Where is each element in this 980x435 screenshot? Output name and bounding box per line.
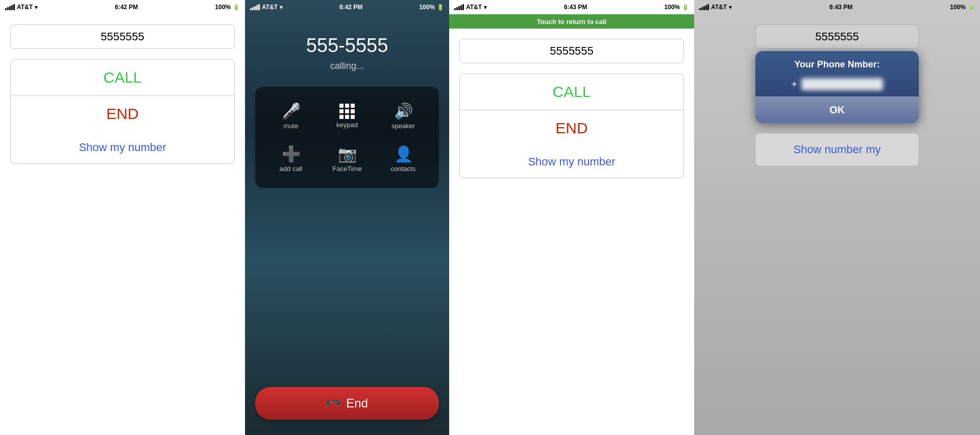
dialog-box: Your Phone Nmber: + OK bbox=[755, 51, 919, 123]
btn-container-1: CALL END Show my number bbox=[0, 54, 245, 168]
battery-pct-3: 100% bbox=[664, 4, 680, 11]
facetime-cell[interactable]: 📷 FaceTime bbox=[320, 138, 375, 180]
calling-status: calling... bbox=[245, 61, 449, 71]
status-right-1: 100% 🔋 bbox=[215, 4, 240, 11]
status-bar-1: AT&T ▾ 6:42 PM 100% 🔋 bbox=[0, 0, 245, 14]
carrier-1: AT&T bbox=[17, 4, 33, 11]
facetime-label: FaceTime bbox=[332, 165, 361, 173]
status-left-1: AT&T ▾ bbox=[5, 4, 38, 11]
screen1-idle: AT&T ▾ 6:42 PM 100% 🔋 CALL END Show my n… bbox=[0, 0, 245, 435]
end-label-2: End bbox=[346, 396, 368, 410]
keypad-grid: 🎤 mute keypad bbox=[255, 87, 439, 188]
time-2: 6:42 PM bbox=[339, 4, 362, 11]
dialog-overlay: Your Phone Nmber: + OK Show number my bbox=[694, 0, 980, 435]
battery-pct-2: 100% bbox=[419, 4, 435, 11]
keypad-icon bbox=[339, 104, 355, 119]
status-right-3: 100% 🔋 bbox=[664, 4, 689, 11]
phone-input-container-3 bbox=[449, 29, 694, 68]
show-number-button-1[interactable]: Show my number bbox=[10, 132, 235, 164]
add-call-icon: ➕ bbox=[282, 145, 301, 163]
mute-cell[interactable]: 🎤 mute bbox=[263, 95, 318, 137]
dialog-number-blur bbox=[801, 78, 883, 90]
carrier-3: AT&T bbox=[466, 4, 482, 11]
end-button-3[interactable]: END bbox=[459, 110, 684, 147]
call-button-3[interactable]: CALL bbox=[459, 74, 684, 110]
end-btn-container: 📞 End bbox=[255, 387, 439, 420]
battery-icon-3: 🔋 bbox=[682, 4, 689, 11]
battery-icon-1: 🔋 bbox=[233, 4, 240, 11]
calling-number: 555-5555 bbox=[245, 35, 449, 57]
dialog-number-row: + bbox=[755, 74, 919, 96]
status-bar-3: AT&T ▾ 6:43 PM 100% 🔋 bbox=[449, 0, 694, 14]
end-call-button[interactable]: 📞 End bbox=[255, 387, 439, 420]
speaker-cell[interactable]: 🔊 speaker bbox=[376, 95, 431, 137]
mute-icon: 🎤 bbox=[282, 102, 301, 120]
show-number-button-3[interactable]: Show my number bbox=[459, 146, 684, 178]
phone-input-3[interactable] bbox=[459, 39, 684, 63]
keypad-cell[interactable]: keypad bbox=[320, 95, 375, 137]
call-button-1[interactable]: CALL bbox=[10, 59, 235, 96]
battery-icon-2: 🔋 bbox=[437, 4, 444, 11]
show-number-container-4: Show number my bbox=[755, 133, 919, 165]
wifi-icon-2: ▾ bbox=[280, 4, 283, 11]
speaker-icon: 🔊 bbox=[394, 102, 413, 120]
contacts-icon: 👤 bbox=[394, 145, 413, 163]
keypad-label: keypad bbox=[336, 121, 358, 129]
signal-bars-2 bbox=[250, 4, 260, 10]
status-left-3: AT&T ▾ bbox=[454, 4, 487, 11]
contacts-cell[interactable]: 👤 contacts bbox=[376, 138, 431, 180]
signal-bars-3 bbox=[454, 4, 464, 10]
hangup-icon: 📞 bbox=[324, 394, 342, 413]
phone-input-container-1 bbox=[0, 14, 245, 54]
screen4-dialog: AT&T ▾ 6:43 PM 100% 🔋 Your Phone Nmber: … bbox=[694, 0, 980, 435]
add-call-label: add call bbox=[280, 165, 303, 173]
wifi-icon-1: ▾ bbox=[35, 4, 38, 11]
screen2-calling: AT&T ▾ 6:42 PM 100% 🔋 555-5555 calling..… bbox=[245, 0, 449, 435]
contacts-label: contacts bbox=[391, 165, 415, 173]
dialog-plus: + bbox=[791, 79, 797, 90]
battery-pct-1: 100% bbox=[215, 4, 231, 11]
btn-container-3: CALL END Show my number bbox=[449, 68, 694, 183]
calling-overlay: AT&T ▾ 6:42 PM 100% 🔋 555-5555 calling..… bbox=[245, 0, 449, 435]
time-1: 6:42 PM bbox=[115, 4, 138, 11]
dialog-ok-button[interactable]: OK bbox=[755, 96, 919, 123]
slash-line bbox=[284, 103, 298, 117]
carrier-2: AT&T bbox=[262, 4, 278, 11]
status-left-2: AT&T ▾ bbox=[250, 4, 283, 11]
dialog-title: Your Phone Nmber: bbox=[755, 51, 919, 74]
phone-input-1[interactable] bbox=[10, 25, 235, 49]
return-to-call-banner[interactable]: Touch to return to call bbox=[449, 14, 694, 29]
mute-label: mute bbox=[284, 122, 299, 130]
signal-bars-1 bbox=[5, 4, 15, 10]
status-right-2: 100% 🔋 bbox=[419, 4, 444, 11]
end-button-1[interactable]: END bbox=[10, 96, 235, 132]
speaker-label: speaker bbox=[391, 122, 415, 130]
status-bar-2: AT&T ▾ 6:42 PM 100% 🔋 bbox=[245, 0, 449, 14]
wifi-icon-3: ▾ bbox=[484, 4, 487, 11]
time-3: 6:43 PM bbox=[564, 4, 587, 11]
facetime-icon: 📷 bbox=[338, 145, 357, 163]
show-number-button-4[interactable]: Show number my bbox=[755, 133, 919, 166]
add-call-cell[interactable]: ➕ add call bbox=[263, 138, 318, 180]
screen3-incall: AT&T ▾ 6:43 PM 100% 🔋 Touch to return to… bbox=[449, 0, 694, 435]
